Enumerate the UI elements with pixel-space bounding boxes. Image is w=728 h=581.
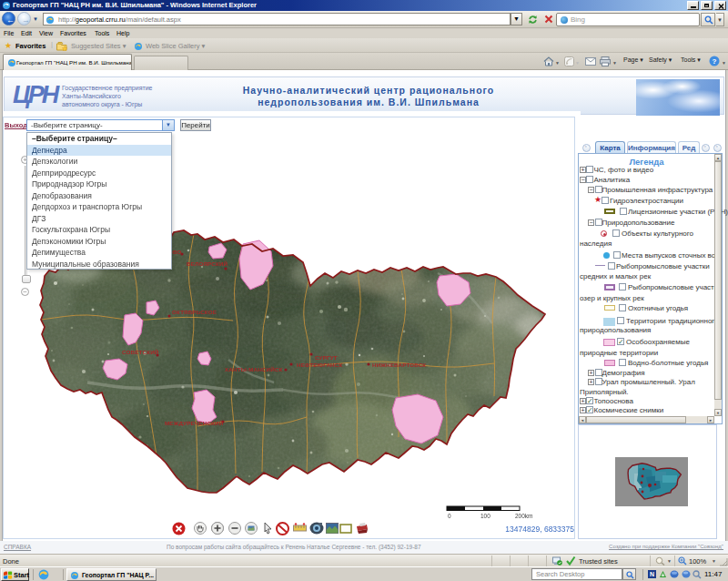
svg-text:200km: 200km: [515, 513, 533, 519]
svg-text:0: 0: [448, 513, 451, 519]
svg-text:100: 100: [480, 513, 490, 519]
svg-text:?: ?: [713, 57, 717, 66]
